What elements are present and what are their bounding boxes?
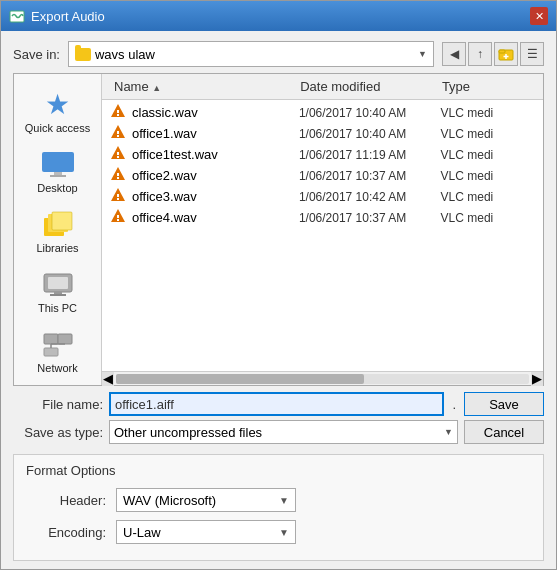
file-list: classic.wav 1/06/2017 10:40 AM VLC medi bbox=[102, 100, 543, 371]
file-list-header: Name ▲ Date modified Type bbox=[102, 74, 543, 100]
sidebar: ★ Quick access Desktop bbox=[14, 74, 102, 385]
file-type-cell: VLC medi bbox=[441, 169, 535, 183]
col-header-name[interactable]: Name ▲ bbox=[110, 76, 296, 97]
sidebar-item-libraries-label: Libraries bbox=[36, 242, 78, 254]
file-type-cell: VLC medi bbox=[441, 148, 535, 162]
save-in-row: Save in: wavs ulaw ▼ ◀ ↑ bbox=[13, 41, 544, 67]
svg-rect-12 bbox=[48, 277, 68, 289]
sidebar-item-this-pc-label: This PC bbox=[38, 302, 77, 314]
scroll-thumb[interactable] bbox=[116, 374, 364, 384]
svg-rect-35 bbox=[117, 198, 119, 200]
format-options-title: Format Options bbox=[26, 463, 531, 478]
dot-separator: . bbox=[450, 397, 458, 412]
file-name-cell: classic.wav bbox=[110, 103, 299, 122]
svg-rect-5 bbox=[42, 152, 74, 172]
bottom-controls: File name: . Save Save as type: Other un… bbox=[13, 392, 544, 444]
save-as-type-row: Save as type: Other uncompressed files ▼… bbox=[13, 420, 544, 444]
sidebar-item-libraries[interactable]: Libraries bbox=[18, 202, 98, 260]
up-button[interactable]: ↑ bbox=[468, 42, 492, 66]
dropdown-chevron-icon: ▼ bbox=[279, 495, 289, 506]
nav-buttons: ◀ ↑ ☰ bbox=[442, 42, 544, 66]
header-dropdown[interactable]: WAV (Microsoft) ▼ bbox=[116, 488, 296, 512]
svg-rect-10 bbox=[52, 212, 72, 230]
dialog-body: Save in: wavs ulaw ▼ ◀ ↑ bbox=[1, 31, 556, 569]
thispc-icon bbox=[38, 268, 78, 300]
network-icon bbox=[38, 328, 78, 360]
sidebar-item-network-label: Network bbox=[37, 362, 77, 374]
save-as-type-dropdown[interactable]: Other uncompressed files ▼ bbox=[109, 420, 458, 444]
format-options-section: Format Options Header: WAV (Microsoft) ▼… bbox=[13, 454, 544, 561]
scroll-track[interactable] bbox=[116, 374, 529, 384]
dropdown-arrow-icon: ▼ bbox=[418, 49, 427, 59]
scroll-left-button[interactable]: ◀ bbox=[102, 372, 114, 386]
dropdown-chevron-icon: ▼ bbox=[279, 527, 289, 538]
table-row[interactable]: office4.wav 1/06/2017 10:37 AM VLC medi bbox=[102, 207, 543, 228]
sidebar-item-this-pc[interactable]: This PC bbox=[18, 262, 98, 320]
file-date-cell: 1/06/2017 10:37 AM bbox=[299, 169, 441, 183]
svg-rect-34 bbox=[117, 194, 119, 197]
folder-icon bbox=[75, 48, 91, 61]
close-button[interactable]: ✕ bbox=[530, 7, 548, 25]
file-date-cell: 1/06/2017 10:37 AM bbox=[299, 211, 441, 225]
svg-rect-37 bbox=[117, 215, 119, 218]
new-folder-button[interactable] bbox=[494, 42, 518, 66]
table-row[interactable]: office3.wav 1/06/2017 10:42 AM VLC medi bbox=[102, 186, 543, 207]
svg-rect-15 bbox=[44, 334, 58, 344]
save-button[interactable]: Save bbox=[464, 392, 544, 416]
back-button[interactable]: ◀ bbox=[442, 42, 466, 66]
scroll-right-button[interactable]: ▶ bbox=[531, 372, 543, 386]
sidebar-item-network[interactable]: Network bbox=[18, 322, 98, 380]
col-header-date[interactable]: Date modified bbox=[296, 76, 438, 97]
filename-input[interactable] bbox=[109, 392, 444, 416]
svg-rect-31 bbox=[117, 173, 119, 176]
dialog-title: Export Audio bbox=[31, 9, 530, 24]
desktop-icon bbox=[38, 148, 78, 180]
svg-rect-26 bbox=[117, 135, 119, 137]
file-date-cell: 1/06/2017 10:40 AM bbox=[299, 106, 441, 120]
encoding-value: U-Law bbox=[123, 525, 161, 540]
horizontal-scrollbar[interactable]: ◀ ▶ bbox=[102, 371, 543, 385]
save-in-value: wavs ulaw bbox=[95, 47, 155, 62]
filename-label: File name: bbox=[13, 397, 103, 412]
libraries-icon bbox=[38, 208, 78, 240]
vlc-icon bbox=[110, 103, 126, 122]
col-header-type[interactable]: Type bbox=[438, 76, 535, 97]
svg-rect-29 bbox=[117, 156, 119, 158]
save-in-dropdown[interactable]: wavs ulaw ▼ bbox=[68, 41, 434, 67]
sidebar-item-quick-access-label: Quick access bbox=[25, 122, 90, 134]
cancel-button[interactable]: Cancel bbox=[464, 420, 544, 444]
save-in-label: Save in: bbox=[13, 47, 60, 62]
file-type-cell: VLC medi bbox=[441, 211, 535, 225]
sidebar-item-desktop[interactable]: Desktop bbox=[18, 142, 98, 200]
svg-rect-28 bbox=[117, 152, 119, 155]
table-row[interactable]: classic.wav 1/06/2017 10:40 AM VLC medi bbox=[102, 102, 543, 123]
vlc-icon bbox=[110, 208, 126, 227]
svg-rect-22 bbox=[117, 110, 119, 113]
save-as-type-label: Save as type: bbox=[13, 425, 103, 440]
sidebar-item-desktop-label: Desktop bbox=[37, 182, 77, 194]
file-name-cell: office2.wav bbox=[110, 166, 299, 185]
dropdown-arrow-icon: ▼ bbox=[444, 427, 453, 437]
svg-rect-25 bbox=[117, 131, 119, 134]
title-bar: Export Audio ✕ bbox=[1, 1, 556, 31]
file-type-cell: VLC medi bbox=[441, 106, 535, 120]
vlc-icon bbox=[110, 166, 126, 185]
file-type-cell: VLC medi bbox=[441, 190, 535, 204]
main-area: ★ Quick access Desktop bbox=[13, 73, 544, 386]
file-type-cell: VLC medi bbox=[441, 127, 535, 141]
table-row[interactable]: office1test.wav 1/06/2017 11:19 AM VLC m… bbox=[102, 144, 543, 165]
svg-rect-17 bbox=[44, 348, 58, 356]
svg-rect-14 bbox=[50, 294, 66, 296]
file-list-area: Name ▲ Date modified Type bbox=[102, 74, 543, 385]
views-button[interactable]: ☰ bbox=[520, 42, 544, 66]
encoding-row: Encoding: U-Law ▼ bbox=[26, 520, 531, 544]
vlc-icon bbox=[110, 145, 126, 164]
table-row[interactable]: office2.wav 1/06/2017 10:37 AM VLC medi bbox=[102, 165, 543, 186]
file-name-cell: office1test.wav bbox=[110, 145, 299, 164]
export-audio-dialog: Export Audio ✕ Save in: wavs ulaw ▼ ◀ ↑ bbox=[0, 0, 557, 570]
svg-rect-38 bbox=[117, 219, 119, 221]
svg-rect-16 bbox=[58, 334, 72, 344]
table-row[interactable]: office1.wav 1/06/2017 10:40 AM VLC medi bbox=[102, 123, 543, 144]
sidebar-item-quick-access[interactable]: ★ Quick access bbox=[18, 82, 98, 140]
encoding-dropdown[interactable]: U-Law ▼ bbox=[116, 520, 296, 544]
